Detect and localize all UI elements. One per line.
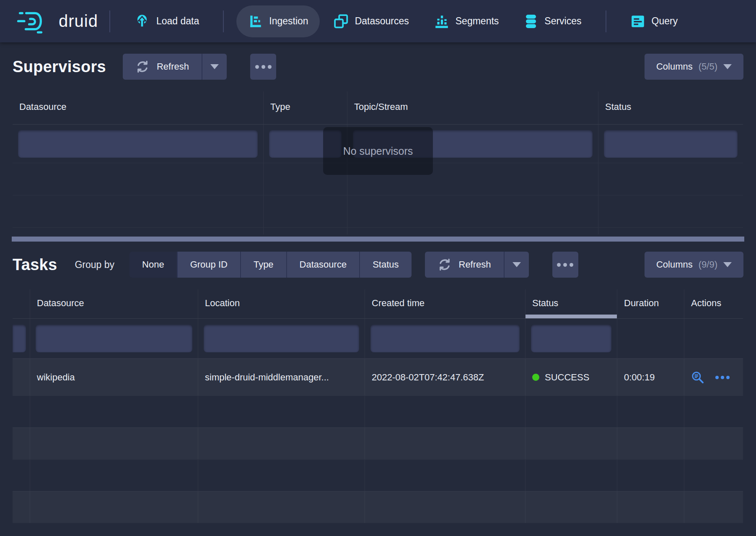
refresh-label: Refresh (157, 61, 189, 72)
empty-row (13, 427, 743, 459)
task-duration: 0:00:19 (617, 359, 684, 395)
task-datasource: wikipedia (30, 359, 198, 395)
refresh-label: Refresh (459, 259, 491, 270)
empty-row (13, 491, 743, 523)
tasks-columns-button[interactable]: Columns (9/9) (645, 252, 743, 278)
column-header-clipped[interactable] (13, 289, 30, 318)
datasource-filter-input[interactable] (36, 325, 192, 352)
nav-item-label: Load data (156, 16, 199, 27)
tasks-refresh-group: Refresh (425, 252, 529, 278)
column-header-duration[interactable]: Duration (617, 289, 684, 318)
group-by-type-button[interactable]: Type (241, 252, 287, 278)
chevron-down-icon (723, 262, 732, 267)
nav-services[interactable]: Services (513, 5, 593, 37)
group-by-button-group: None Group ID Type Datasource Status (129, 252, 411, 278)
supervisors-title: Supervisors (13, 58, 106, 76)
supervisors-columns-button[interactable]: Columns (5/5) (645, 54, 743, 80)
tasks-filter-row (13, 319, 743, 359)
segments-icon (434, 14, 449, 29)
refresh-icon (135, 60, 150, 74)
column-header-type[interactable]: Type (264, 91, 347, 124)
columns-count: (9/9) (699, 259, 717, 270)
chevron-down-icon (723, 64, 732, 69)
column-header-datasource[interactable]: Datasource (30, 289, 198, 318)
empty-row (13, 459, 743, 491)
group-by-datasource-button[interactable]: Datasource (287, 252, 360, 278)
no-supervisors-message: No supervisors (323, 127, 433, 175)
column-header-status[interactable]: Status (598, 91, 743, 124)
group-by-status-button[interactable]: Status (360, 252, 411, 278)
task-row[interactable]: wikipedia simple-druid-middlemanager... … (13, 359, 743, 395)
group-by-label: Group by (75, 259, 114, 271)
empty-row (13, 227, 743, 234)
tasks-more-button[interactable] (552, 252, 578, 278)
tasks-table: Datasource Location Created time Status … (13, 289, 743, 523)
brand[interactable]: druid (16, 9, 98, 34)
created-time-filter-input[interactable] (370, 325, 520, 352)
druid-console: druid Load data Ingestion (0, 0, 756, 536)
task-created-time: 2022-08-02T07:42:47.638Z (365, 359, 526, 395)
status-filter-input[interactable] (604, 130, 738, 158)
sort-indicator (526, 315, 617, 318)
tasks-controls: Tasks Group by None Group ID Type Dataso… (13, 252, 743, 278)
task-actions-more-icon[interactable] (715, 376, 730, 379)
clipped-filter-input[interactable] (13, 325, 26, 352)
nav-segments[interactable]: Segments (423, 5, 510, 37)
nav-datasources[interactable]: Datasources (322, 5, 420, 37)
column-header-location[interactable]: Location (198, 289, 365, 318)
column-header-datasource[interactable]: Datasource (13, 91, 264, 124)
group-by-none-button[interactable]: None (129, 252, 178, 278)
upload-icon (134, 13, 150, 29)
supervisors-more-button[interactable] (250, 54, 276, 80)
tasks-title: Tasks (13, 256, 57, 274)
supervisors-refresh-dropdown-button[interactable] (202, 54, 227, 80)
tasks-refresh-dropdown-button[interactable] (504, 252, 529, 278)
services-icon (524, 13, 538, 29)
task-location: simple-druid-middlemanager... (198, 359, 365, 395)
horizontal-scrollbar[interactable] (12, 237, 744, 242)
datasource-filter-input[interactable] (18, 130, 258, 158)
nav-item-label: Query (652, 16, 678, 27)
more-icon (255, 65, 259, 69)
task-actions (684, 359, 743, 395)
druid-logo-icon (16, 9, 51, 34)
status-filter-input[interactable] (531, 325, 611, 352)
column-header-created-time[interactable]: Created time (365, 289, 526, 318)
task-status: SUCCESS (526, 359, 617, 395)
nav-item-label: Segments (456, 16, 499, 27)
column-header-status[interactable]: Status (526, 289, 617, 318)
nav-divider (109, 10, 110, 32)
chevron-down-icon (513, 262, 521, 267)
nav-divider (606, 10, 606, 32)
nav-load-data[interactable]: Load data (123, 5, 210, 37)
success-status-icon (532, 374, 539, 381)
inspect-magnifier-icon[interactable] (691, 371, 704, 384)
tasks-table-header: Datasource Location Created time Status … (13, 289, 743, 319)
columns-label: Columns (656, 259, 693, 270)
ingestion-icon (248, 14, 263, 29)
brand-name: druid (59, 12, 98, 31)
supervisors-table-header: Datasource Type Topic/Stream Status (13, 91, 743, 125)
navbar: druid Load data Ingestion (0, 0, 756, 42)
column-header-actions[interactable]: Actions (684, 289, 743, 318)
nav-item-label: Ingestion (269, 16, 308, 27)
supervisors-refresh-button[interactable]: Refresh (123, 54, 202, 80)
columns-label: Columns (656, 61, 693, 72)
nav-ingestion[interactable]: Ingestion (236, 5, 319, 37)
empty-row (13, 195, 743, 227)
refresh-icon (438, 258, 452, 272)
supervisors-controls: Supervisors Refresh Columns (5/5 (13, 54, 743, 80)
supervisors-refresh-group: Refresh (123, 54, 227, 80)
nav-item-label: Datasources (355, 16, 409, 27)
query-icon (630, 14, 645, 29)
datasources-icon (334, 14, 349, 29)
location-filter-input[interactable] (204, 325, 359, 352)
columns-count: (5/5) (699, 61, 717, 72)
nav-item-label: Services (544, 16, 581, 27)
empty-row (13, 395, 743, 427)
tasks-refresh-button[interactable]: Refresh (425, 252, 504, 278)
group-by-group-id-button[interactable]: Group ID (178, 252, 241, 278)
column-header-topic-stream[interactable]: Topic/Stream (347, 91, 598, 124)
chevron-down-icon (210, 64, 219, 69)
nav-query[interactable]: Query (619, 5, 689, 37)
